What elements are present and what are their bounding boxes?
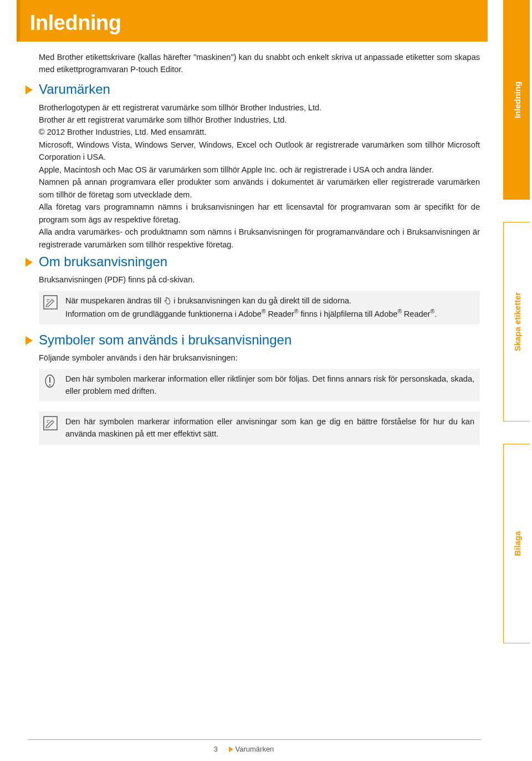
intro-paragraph: Med Brother etikettskrivare (kallas häre…	[17, 52, 488, 76]
breadcrumb: Varumärken	[229, 745, 274, 753]
tab-label: Bilaga	[512, 531, 521, 556]
note-text: Reader	[265, 309, 294, 318]
body-text: Följande symboler används i den här bruk…	[17, 352, 488, 364]
side-tabs: Inledning Skapa etiketter Bilaga	[503, 0, 530, 761]
note-box: När muspekaren ändras till i bruksanvisn…	[39, 291, 480, 324]
triangle-icon	[229, 747, 233, 752]
heading-about-manual: Om bruksanvisningen	[17, 254, 488, 270]
body-text: Brotherlogotypen är ett registrerat varu…	[17, 102, 488, 114]
hand-cursor-icon	[163, 296, 171, 306]
note-text: Reader	[402, 309, 431, 318]
body-text: © 2012 Brother Industries, Ltd. Med ensa…	[17, 126, 488, 138]
tab-bilaga[interactable]: Bilaga	[503, 444, 530, 643]
tip-box: Den här symbolen markerar information el…	[39, 412, 480, 445]
body-text: Bruksanvisningen (PDF) finns på cd-skiva…	[17, 274, 488, 286]
heading-symbols: Symboler som används i bruksanvisningen	[17, 332, 488, 348]
body-text: Alla företag vars programnamn nämns i br…	[17, 201, 488, 226]
tab-label: Inledning	[512, 82, 521, 119]
page-number: 3	[214, 745, 218, 753]
note-text: i bruksanvisningen kan du gå direkt till…	[173, 296, 351, 305]
body-text: Microsoft, Windows Vista, Windows Server…	[17, 139, 488, 164]
body-text: Brother är ett registrerat varumärke som…	[17, 114, 488, 126]
reg-mark: ®	[397, 308, 401, 314]
note-text: När muspekaren ändras till	[65, 296, 163, 305]
page-footer: 3 Varumärken	[0, 745, 488, 753]
heading-trademarks: Varumärken	[17, 82, 488, 97]
note-text: Information om de grundläggande funktion…	[65, 309, 262, 318]
warning-box: Den här symbolen markerar information el…	[39, 369, 480, 402]
body-text: Alla andra varumärkes- och produktnamn s…	[17, 226, 488, 251]
body-text: Namnen på annan programvara eller produk…	[17, 176, 488, 201]
page-title: Inledning	[17, 0, 488, 42]
tab-label: Skapa etiketter	[512, 292, 521, 352]
note-text: .	[434, 309, 437, 318]
tab-skapa-etiketter[interactable]: Skapa etiketter	[503, 222, 530, 422]
tip-text: Den här symbolen markerar information el…	[65, 417, 474, 438]
note-text: finns i hjälpfilerna till Adobe	[298, 309, 397, 318]
warning-text: Den här symbolen markerar information el…	[65, 374, 474, 395]
body-text: Apple, Macintosh och Mac OS är varumärke…	[17, 164, 488, 176]
reg-mark: ®	[430, 308, 434, 314]
note-pencil-icon	[43, 295, 58, 310]
exclamation-icon	[44, 374, 55, 388]
svg-point-5	[49, 384, 51, 386]
divider	[28, 739, 481, 740]
tab-inledning[interactable]: Inledning	[503, 0, 530, 200]
note-pencil-icon	[43, 416, 58, 430]
